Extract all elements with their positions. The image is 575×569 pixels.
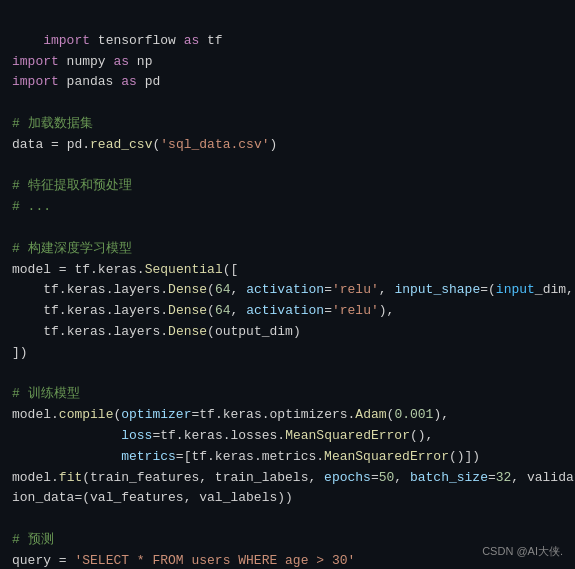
keyword-import-1: import	[43, 33, 90, 48]
code-content: import tensorflow as tf import numpy as …	[12, 10, 563, 569]
comment-train: # 训练模型	[12, 386, 80, 401]
comment-model: # 构建深度学习模型	[12, 241, 132, 256]
comment-load-data: # 加载数据集	[12, 116, 93, 131]
comment-feature: # 特征提取和预处理 # ...	[12, 178, 132, 214]
watermark: CSDN @AI大侠.	[482, 544, 563, 559]
code-editor: import tensorflow as tf import numpy as …	[0, 0, 575, 569]
comment-predict: # 预测	[12, 532, 54, 547]
